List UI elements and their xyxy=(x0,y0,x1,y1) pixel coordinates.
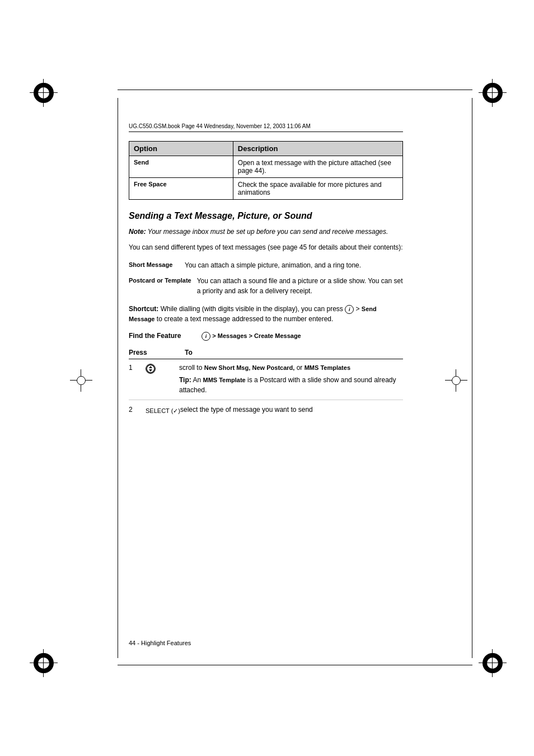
tip-paragraph: Tip: An MMS Template is a Postcard with … xyxy=(179,375,403,395)
table-cell-option-1: Send xyxy=(129,156,233,178)
table-row: Send Open a text message with the pictur… xyxy=(129,156,403,178)
intro-paragraph: You can send different types of text mes… xyxy=(129,242,403,252)
step-desc-bold-1b: New Postcard, xyxy=(252,364,295,371)
page: UG.C550.GSM.book Page 44 Wednesday, Nove… xyxy=(0,0,534,756)
reg-mark-tl-outer xyxy=(34,83,54,103)
reg-mark-mr xyxy=(448,372,465,389)
step-number-1: 1 xyxy=(129,363,146,373)
steps-header: Press To xyxy=(129,349,403,359)
table-cell-desc-1: Open a text message with the picture att… xyxy=(233,156,402,178)
step-row-1: 1 scroll to New Short Msg, New Postcard,… xyxy=(129,363,403,395)
section-heading: Sending a Text Message, Picture, or Soun… xyxy=(129,211,403,221)
tip-bold-mms: MMS Template xyxy=(203,377,245,383)
options-table: Option Description Send Open a text mess… xyxy=(129,141,403,200)
step-icon-1 xyxy=(146,363,179,374)
msg-type-desc-short: You can attach a simple picture, animati… xyxy=(185,260,403,270)
msg-type-label-short: Short Message xyxy=(129,260,185,270)
steps-header-to: To xyxy=(185,349,403,356)
table-cell-option-2: Free Space xyxy=(129,178,233,200)
svg-marker-2 xyxy=(149,369,152,372)
msg-type-desc-postcard: You can attach a sound file and a pictur… xyxy=(197,276,403,296)
find-feature-row: Find the Feature i > Messages > Create M… xyxy=(129,332,403,341)
find-feature-label: Find the Feature xyxy=(129,332,202,340)
msg-type-label-postcard: Postcard or Template xyxy=(129,276,197,296)
table-cell-desc-2: Check the space available for more pictu… xyxy=(233,178,402,200)
menu-icon-feature: i xyxy=(202,332,210,341)
header-bar: UG.C550.GSM.book Page 44 Wednesday, Nove… xyxy=(129,123,403,132)
step-desc-text-2: select the type of message you want to s… xyxy=(180,406,313,414)
frame-line-right xyxy=(472,98,472,658)
step-desc-2: select the type of message you want to s… xyxy=(180,405,403,415)
note-text: Your message inbox must be set up before… xyxy=(146,228,388,236)
step-number-2: 2 xyxy=(129,405,146,415)
message-type-list: Short Message You can attach a simple pi… xyxy=(129,260,403,296)
footer-text: 44 - Highlight Features xyxy=(129,640,191,646)
note-paragraph: Note: Your message inbox must be set up … xyxy=(129,227,403,237)
reg-mark-tr-outer xyxy=(483,83,503,103)
page-footer: 44 - Highlight Features xyxy=(129,640,191,646)
select-button-icon: SELECT (✓) xyxy=(146,406,180,416)
shortcut-text-2: to create a text message addressed to th… xyxy=(157,315,334,323)
msg-type-item-short: Short Message You can attach a simple pi… xyxy=(129,260,403,270)
frame-line-bottom xyxy=(118,665,472,665)
reg-mark-ml xyxy=(73,372,90,389)
shortcut-separator: > xyxy=(356,305,362,313)
table-row: Free Space Check the space available for… xyxy=(129,178,403,200)
reg-mark-br-outer xyxy=(483,653,503,673)
shortcut-text-1: While dialling (with digits visible in t… xyxy=(161,305,345,313)
steps-section: Press To 1 scroll t xyxy=(129,349,403,416)
frame-line-top xyxy=(118,90,472,90)
frame-line-left xyxy=(118,98,118,658)
msg-type-item-postcard: Postcard or Template You can attach a so… xyxy=(129,276,403,296)
reg-mark-bl-outer xyxy=(34,653,54,673)
shortcut-paragraph: Shortcut: While dialling (with digits vi… xyxy=(129,304,403,324)
shortcut-label: Shortcut: xyxy=(129,305,158,313)
table-header-description: Description xyxy=(233,142,402,156)
scroll-icon xyxy=(146,364,156,374)
step-desc-bold-1c: MMS Templates xyxy=(305,364,350,371)
note-label: Note: xyxy=(129,228,146,236)
step-icon-2: SELECT (✓) xyxy=(146,405,180,416)
header-text: UG.C550.GSM.book Page 44 Wednesday, Nove… xyxy=(129,123,311,129)
table-header-option: Option xyxy=(129,142,233,156)
step-row-2: 2 SELECT (✓) select the type of message … xyxy=(129,400,403,416)
content-area: UG.C550.GSM.book Page 44 Wednesday, Nove… xyxy=(129,123,403,421)
steps-header-press: Press xyxy=(129,349,185,356)
menu-icon-shortcut: i xyxy=(345,305,354,314)
find-feature-path: > Messages > Create Message xyxy=(212,332,301,339)
tip-label: Tip: xyxy=(179,376,191,384)
svg-marker-1 xyxy=(149,366,152,368)
find-feature-content: i > Messages > Create Message xyxy=(202,332,301,341)
step-desc-text-1: scroll to New Short Msg, New Postcard, o… xyxy=(179,363,403,373)
step-desc-1: scroll to New Short Msg, New Postcard, o… xyxy=(179,363,403,395)
step-desc-bold-1a: New Short Msg, xyxy=(204,364,251,371)
